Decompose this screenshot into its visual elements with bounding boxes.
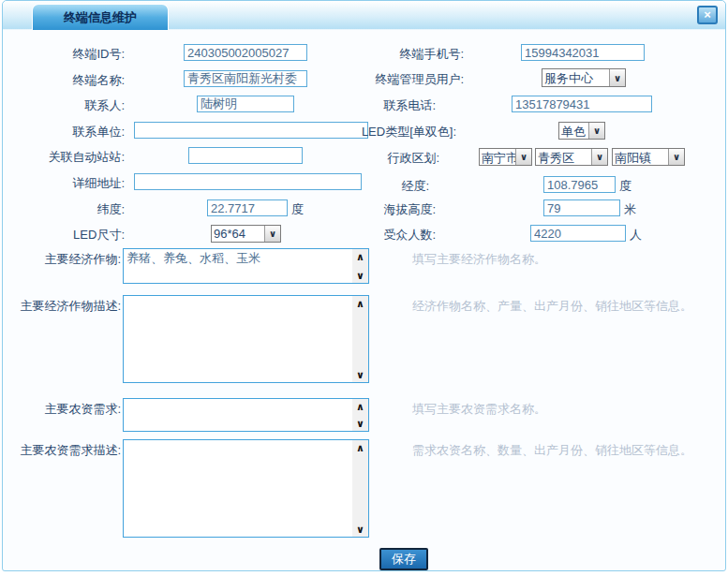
scroll-up-icon[interactable]: ∧ — [352, 296, 368, 311]
led-type-value: 单色 — [559, 123, 588, 139]
agri-needs-desc-label: 主要农资需求描述: — [3, 442, 121, 459]
dialog-frame: 终端信息维护 × 终端ID号: 终端手机号: 终端名称: 终端管理员用户: 服务… — [2, 0, 726, 571]
crops-desc-text — [124, 296, 352, 382]
longitude-unit: 度 — [619, 178, 631, 195]
longitude-input[interactable] — [543, 176, 616, 193]
contact-input[interactable] — [197, 96, 294, 112]
agri-needs-label: 主要农资需求: — [3, 401, 121, 418]
terminal-id-label: 终端ID号: — [3, 46, 125, 63]
terminal-admin-value: 服务中心 — [542, 69, 609, 86]
latitude-input[interactable] — [207, 199, 288, 216]
district-county-value: 青秀区 — [536, 149, 591, 165]
crops-desc-textarea[interactable]: ∧ ∨ — [123, 295, 369, 383]
crops-text: 养猪、养兔、水稻、玉米 — [124, 249, 352, 283]
dialog-window: 终端信息维护 × 终端ID号: 终端手机号: 终端名称: 终端管理员用户: 服务… — [0, 0, 728, 576]
title-bar: 终端信息维护 × — [3, 1, 725, 30]
audience-label: 受众人数: — [305, 227, 436, 244]
chevron-down-icon: ∨ — [668, 149, 684, 165]
led-type-select[interactable]: 单色 ∨ — [558, 122, 605, 140]
district-city-value: 南宁市 — [480, 149, 515, 165]
altitude-unit: 米 — [624, 201, 636, 218]
scroll-down-icon[interactable]: ∨ — [352, 416, 368, 431]
agri-needs-desc-hint: 需求农资名称、数量、出产月份、销往地区等信息。 — [412, 442, 692, 459]
contact-phone-input[interactable] — [512, 96, 652, 112]
altitude-label: 海拔高度: — [305, 201, 436, 218]
chevron-down-icon: ∨ — [609, 69, 625, 86]
altitude-input[interactable] — [543, 199, 620, 216]
save-button[interactable]: 保存 — [379, 548, 428, 570]
terminal-phone-input[interactable] — [521, 44, 645, 61]
agri-needs-desc-text — [124, 440, 352, 537]
agri-needs-desc-scrollbar[interactable]: ∧ ∨ — [352, 440, 368, 537]
crops-scrollbar[interactable]: ∧ ∨ — [352, 249, 368, 283]
close-icon[interactable]: × — [697, 6, 718, 24]
crops-label: 主要经济作物: — [3, 251, 121, 268]
chevron-down-icon: ∨ — [588, 123, 604, 139]
contact-phone-label: 联系电话: — [305, 97, 436, 114]
scroll-up-icon[interactable]: ∧ — [352, 440, 368, 455]
longitude-label: 经度: — [298, 178, 429, 195]
scroll-down-icon[interactable]: ∨ — [352, 522, 368, 537]
crops-desc-scrollbar[interactable]: ∧ ∨ — [352, 296, 368, 382]
crops-textarea[interactable]: 养猪、养兔、水稻、玉米 ∧ ∨ — [123, 248, 369, 284]
district-label: 行政区划: — [308, 150, 439, 167]
auto-station-input[interactable] — [188, 147, 303, 164]
auto-station-label: 关联自动站站: — [3, 149, 125, 166]
agri-needs-textarea[interactable]: ∧ ∨ — [123, 398, 369, 432]
scroll-up-icon[interactable]: ∧ — [352, 399, 368, 414]
audience-input[interactable] — [530, 225, 626, 242]
led-type-label: LED类型[单双色]: — [325, 124, 456, 140]
crops-desc-hint: 经济作物名称、产量、出产月份、销往地区等信息。 — [412, 298, 692, 315]
scroll-down-icon[interactable]: ∨ — [352, 367, 368, 382]
district-city-select[interactable]: 南宁市 ∨ — [479, 148, 532, 166]
terminal-id-input[interactable] — [184, 44, 307, 61]
district-town-value: 南阳镇 — [613, 149, 668, 165]
scroll-up-icon[interactable]: ∧ — [352, 249, 368, 264]
crops-hint: 填写主要经济作物名称。 — [412, 251, 546, 268]
scroll-down-icon[interactable]: ∨ — [352, 268, 368, 283]
terminal-admin-label: 终端管理员用户: — [333, 71, 464, 88]
dialog-title: 终端信息维护 — [32, 4, 169, 30]
crops-desc-label: 主要经济作物描述: — [3, 298, 121, 315]
agri-needs-hint: 填写主要农资需求名称。 — [412, 401, 546, 418]
chevron-down-icon: ∨ — [591, 149, 607, 165]
led-size-select[interactable]: 96*64 ∨ — [211, 225, 281, 243]
latitude-unit: 度 — [291, 201, 304, 218]
chevron-down-icon: ∨ — [264, 226, 280, 242]
address-label: 详细地址: — [3, 175, 125, 192]
terminal-admin-select[interactable]: 服务中心 ∨ — [542, 68, 626, 87]
district-county-select[interactable]: 青秀区 ∨ — [535, 148, 608, 166]
terminal-name-input[interactable] — [184, 70, 307, 87]
led-size-value: 96*64 — [212, 226, 264, 242]
terminal-name-label: 终端名称: — [3, 72, 125, 89]
terminal-phone-label: 终端手机号: — [333, 46, 464, 63]
chevron-down-icon: ∨ — [515, 149, 531, 165]
agri-needs-text — [124, 399, 352, 431]
contact-unit-label: 联系单位: — [3, 124, 125, 140]
district-town-select[interactable]: 南阳镇 ∨ — [612, 148, 685, 166]
led-size-label: LED尺寸: — [3, 227, 125, 244]
latitude-label: 纬度: — [3, 201, 125, 218]
agri-needs-desc-textarea[interactable]: ∧ ∨ — [123, 439, 369, 538]
audience-unit: 人 — [630, 227, 642, 244]
contact-label: 联系人: — [3, 97, 125, 114]
agri-needs-scrollbar[interactable]: ∧ ∨ — [352, 399, 368, 431]
